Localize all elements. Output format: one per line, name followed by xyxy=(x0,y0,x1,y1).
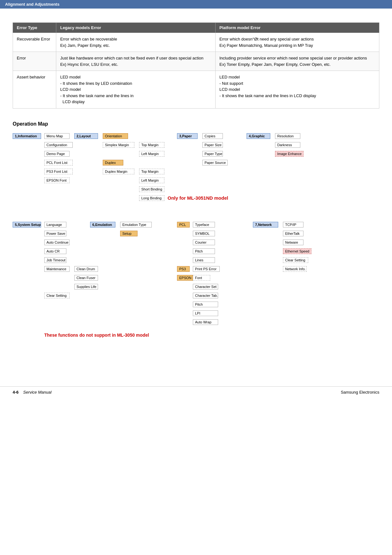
node-print-ps-error: Print PS Error xyxy=(193,266,220,272)
node-duplex: Duplex xyxy=(103,160,123,165)
node-courier: Courier xyxy=(193,240,215,245)
footer-page-num: 4-6 Service Manual xyxy=(13,390,52,395)
cell-legacy-2: Just like hardware error which can not b… xyxy=(56,52,216,71)
node-left-margin2: Left Margin xyxy=(139,178,164,183)
error-table: Error Type Legacy models Error Platform … xyxy=(13,22,379,109)
table-row: Error Just like hardware error which can… xyxy=(13,52,379,71)
node-pitch2: Pitch xyxy=(193,302,218,307)
cell-legacy-3: LED model- It shows the lines by LED com… xyxy=(56,71,216,109)
page-header: Alignment and Adjustments xyxy=(0,0,392,9)
node-typeface: Typeface xyxy=(193,222,215,228)
node-top-margin: Top Margin xyxy=(139,142,164,148)
cell-legacy-1: Error which can be recoverableEx) Jam, P… xyxy=(56,33,216,52)
node-layout: 2,Layout xyxy=(74,133,98,139)
node-character-set: Character Set xyxy=(193,284,218,290)
node-supplies-life: Supplies Life xyxy=(74,284,98,290)
node-ethertalk: EtherTalk xyxy=(283,231,303,236)
node-pcl: PCL xyxy=(177,222,190,228)
node-symbol: SYMBOL xyxy=(193,231,215,236)
node-pcl-font-list: PCL Font List xyxy=(44,160,73,165)
node-emulation-type: Emulation Type xyxy=(120,222,152,228)
cell-platform-1: Error which doesn°Øt need any special us… xyxy=(216,33,379,52)
node-info: 1,Information xyxy=(13,133,41,139)
node-long-binding: Long Binding xyxy=(139,195,164,201)
node-pitch: Pitch xyxy=(193,248,215,254)
node-character-tab: Character Tab. xyxy=(193,293,218,298)
node-demo-page: Demo Page xyxy=(44,151,70,157)
node-clear-setting2: Clear Setting xyxy=(283,257,308,263)
node-job-timeout: Job Timeout xyxy=(44,257,66,263)
node-auto-continue: Auto Continue xyxy=(44,240,70,245)
node-network-info: Network Info. xyxy=(283,266,307,272)
node-clean-drum: Clean Drum xyxy=(74,266,98,272)
diagram: 1,Information Menu Map 2,Layout Orientat… xyxy=(13,133,379,355)
node-ethernet-speed: Ethernet Speed xyxy=(283,248,311,254)
node-epson: EPSON xyxy=(177,275,193,281)
cell-type-2: Error xyxy=(13,52,56,71)
page-content: Error Type Legacy models Error Platform … xyxy=(0,16,392,374)
node-ps-font-list: PS3 Font List xyxy=(44,169,73,174)
node-paper: 3,Paper xyxy=(177,133,198,139)
node-epson-font: EPSON Font xyxy=(44,178,70,183)
cell-type-3: Assert behavior xyxy=(13,71,56,109)
node-clean-fuser: Clean Fuser xyxy=(74,275,98,281)
node-configuration: Configuration xyxy=(44,142,73,148)
node-duplex-margin: Duplex Margin xyxy=(103,169,134,174)
only-for-text: Only for ML-3051ND model xyxy=(168,195,228,201)
node-orientation: Orientation xyxy=(103,133,128,139)
node-language: Language xyxy=(44,222,66,228)
col-legacy-error: Legacy models Error xyxy=(56,23,216,33)
node-system-setup: 5,System Setup xyxy=(13,222,41,228)
node-paper-size: Paper Size xyxy=(202,142,223,148)
header-title: Alignment and Adjustments xyxy=(5,2,59,7)
node-netware: Netware xyxy=(283,240,303,245)
node-lpi: LPI xyxy=(193,310,218,316)
node-auto-wrap: Auto Wrap xyxy=(193,319,218,325)
node-menu-map: Menu Map xyxy=(44,133,70,139)
node-emulation: 6,Emulation xyxy=(90,222,115,228)
node-maintenance: Maintenance xyxy=(44,266,70,272)
table-row: Assert behavior LED model- It shows the … xyxy=(13,71,379,109)
node-paper-source: Paper Source xyxy=(202,160,228,165)
node-lines: Lines xyxy=(193,257,215,263)
not-support-text: These functions do not support in ML-305… xyxy=(44,333,149,338)
node-darkness: Darkness xyxy=(275,142,300,148)
operation-map: 1,Information Menu Map 2,Layout Orientat… xyxy=(13,133,379,355)
table-row: Recoverable Error Error which can be rec… xyxy=(13,33,379,52)
node-clear-setting: Clear Setting xyxy=(44,293,70,298)
section-title: Operation Map xyxy=(13,121,379,127)
node-auto-cr: Auto CR xyxy=(44,248,66,254)
node-copies: Copies xyxy=(202,133,223,139)
footer-brand: Samsung Electronics xyxy=(341,390,379,395)
node-top-margin2: Top Margin xyxy=(139,169,164,174)
node-ps3: PS3 xyxy=(177,266,190,272)
footer-label: Service Manual xyxy=(23,390,52,395)
col-platform-error: Platform model Error xyxy=(216,23,379,33)
col-error-type: Error Type xyxy=(13,23,56,33)
node-setup: Setup xyxy=(120,231,138,236)
page-footer: 4-6 Service Manual Samsung Electronics xyxy=(0,386,392,398)
node-font: Font xyxy=(193,275,210,281)
node-resolution: Resolution xyxy=(275,133,300,139)
node-power-save: Power Save xyxy=(44,231,66,236)
node-paper-type: Paper Type xyxy=(202,151,223,157)
cell-platform-3: LED model- Not supportLCD model- It show… xyxy=(216,71,379,109)
cell-type-1: Recoverable Error xyxy=(13,33,56,52)
node-tcpip: TCP/IP xyxy=(283,222,303,228)
cell-platform-2: Including provider service error which n… xyxy=(216,52,379,71)
node-short-binding: Short Binding xyxy=(139,186,164,192)
node-simplex-margin: Simplex Margin xyxy=(103,142,134,148)
node-graphic: 4,Graphic xyxy=(247,133,270,139)
node-network: 7,Network xyxy=(253,222,278,228)
node-left-margin: Left Margin xyxy=(139,151,164,157)
node-image-enhance: Image Enhance xyxy=(275,151,303,157)
